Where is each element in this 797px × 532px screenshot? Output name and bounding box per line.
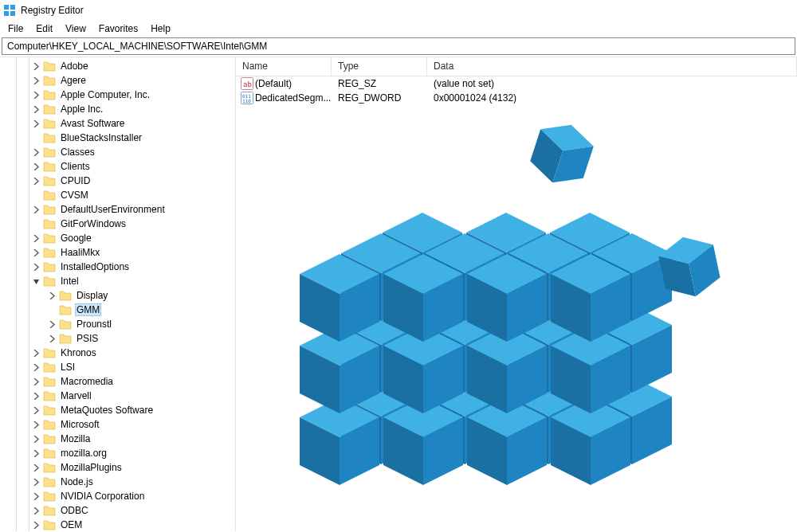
folder-icon xyxy=(43,375,56,388)
folder-icon xyxy=(43,131,56,144)
tree-item[interactable]: Google xyxy=(0,231,235,245)
tree-item[interactable]: Mozilla xyxy=(0,432,235,446)
chevron-right-icon[interactable] xyxy=(30,261,41,272)
window-title: Registry Editor xyxy=(21,5,84,16)
chevron-right-icon[interactable] xyxy=(30,505,41,516)
chevron-right-icon[interactable] xyxy=(30,233,41,244)
folder-icon xyxy=(43,504,56,517)
tree-item-label: Intel xyxy=(59,275,80,288)
tree-item[interactable]: DefaultUserEnvironment xyxy=(0,202,235,217)
chevron-right-icon[interactable] xyxy=(30,118,41,129)
tree-item-label: Marvell xyxy=(59,389,93,402)
tree-item[interactable]: NVIDIA Corporation xyxy=(0,489,235,503)
chevron-right-icon[interactable] xyxy=(30,89,41,100)
tree-item[interactable]: Clients xyxy=(0,159,235,174)
tree-item[interactable]: Prounstl xyxy=(0,317,235,331)
registry-cubes-decoration xyxy=(287,117,781,531)
folder-icon xyxy=(43,490,56,503)
column-data[interactable]: Data xyxy=(427,57,797,76)
address-input[interactable] xyxy=(6,40,791,53)
tree-item[interactable]: ODBC xyxy=(0,503,235,518)
column-name[interactable]: Name xyxy=(236,57,332,76)
tree-item[interactable]: CVSM xyxy=(0,188,235,202)
tree-item[interactable]: Marvell xyxy=(0,389,235,403)
chevron-right-icon[interactable] xyxy=(30,104,41,115)
tree-item[interactable]: HaaliMkx xyxy=(0,245,235,260)
folder-icon xyxy=(43,404,56,417)
chevron-right-icon[interactable] xyxy=(30,476,41,487)
value-name: (Default) xyxy=(255,78,292,89)
column-type[interactable]: Type xyxy=(332,57,427,76)
list-header[interactable]: Name Type Data xyxy=(236,57,797,76)
tree-item[interactable]: Display xyxy=(0,288,235,303)
menu-favorites[interactable]: Favorites xyxy=(92,22,144,36)
list-body[interactable]: (Default)REG_SZ(value not set)DedicatedS… xyxy=(236,76,797,105)
chevron-right-icon[interactable] xyxy=(30,433,41,444)
tree-item[interactable]: Adobe xyxy=(0,59,235,73)
value-type: REG_DWORD xyxy=(332,92,427,104)
tree-item-label: PSIS xyxy=(75,332,100,345)
tree-item[interactable]: MetaQuotes Software xyxy=(0,403,235,417)
chevron-right-icon[interactable] xyxy=(30,204,41,215)
tree-item[interactable]: PSIS xyxy=(0,331,235,346)
menu-view[interactable]: View xyxy=(59,22,92,36)
tree-pane[interactable]: AdobeAgereApple Computer, Inc.Apple Inc.… xyxy=(0,57,236,531)
address-bar[interactable] xyxy=(2,37,795,55)
tree-item[interactable]: MozillaPlugins xyxy=(0,460,235,475)
chevron-right-icon[interactable] xyxy=(30,462,41,473)
chevron-right-icon[interactable] xyxy=(30,405,41,416)
menu-bar: File Edit View Favorites Help xyxy=(0,21,797,37)
chevron-right-icon[interactable] xyxy=(30,390,41,401)
tree-item[interactable]: OEM xyxy=(0,518,235,531)
chevron-right-icon[interactable] xyxy=(30,175,41,186)
tree-item[interactable]: CPUID xyxy=(0,174,235,188)
tree-item[interactable]: BlueStacksInstaller xyxy=(0,131,235,145)
tree-item-label: DefaultUserEnvironment xyxy=(59,203,167,216)
tree-item-label: InstalledOptions xyxy=(59,260,131,273)
tree-item[interactable]: Agere xyxy=(0,73,235,88)
chevron-right-icon[interactable] xyxy=(30,491,41,502)
menu-file[interactable]: File xyxy=(2,22,29,36)
tree-item[interactable]: Khronos xyxy=(0,346,235,360)
chevron-right-icon[interactable] xyxy=(30,147,41,158)
tree-item[interactable]: Intel xyxy=(0,274,235,288)
folder-icon xyxy=(43,232,56,244)
tree-item[interactable]: GMM xyxy=(0,303,235,317)
tree-item-label: Avast Software xyxy=(59,117,126,130)
menu-help[interactable]: Help xyxy=(144,22,177,36)
chevron-right-icon[interactable] xyxy=(30,519,41,530)
tree-item[interactable]: GitForWindows xyxy=(0,217,235,231)
registry-tree[interactable]: AdobeAgereApple Computer, Inc.Apple Inc.… xyxy=(0,57,235,531)
tree-item[interactable]: LSI xyxy=(0,360,235,374)
tree-item[interactable]: Macromedia xyxy=(0,374,235,389)
chevron-right-icon[interactable] xyxy=(30,362,41,373)
value-type: REG_SZ xyxy=(332,78,427,89)
tree-item[interactable]: Node.js xyxy=(0,475,235,489)
tree-item[interactable]: Avast Software xyxy=(0,116,235,131)
value-row[interactable]: DedicatedSegm...REG_DWORD0x00001024 (413… xyxy=(236,91,797,105)
value-name: DedicatedSegm... xyxy=(255,92,331,104)
tree-item[interactable]: InstalledOptions xyxy=(0,260,235,274)
tree-item[interactable]: Apple Computer, Inc. xyxy=(0,88,235,102)
chevron-right-icon[interactable] xyxy=(30,419,41,430)
chevron-right-icon[interactable] xyxy=(30,247,41,258)
chevron-right-icon[interactable] xyxy=(30,75,41,86)
folder-icon xyxy=(43,146,56,158)
tree-item-label: GMM xyxy=(75,303,101,316)
chevron-right-icon[interactable] xyxy=(30,448,41,459)
tree-item[interactable]: mozilla.org xyxy=(0,446,235,460)
chevron-right-icon[interactable] xyxy=(30,61,41,72)
value-row[interactable]: (Default)REG_SZ(value not set) xyxy=(236,76,797,91)
tree-item[interactable]: Microsoft xyxy=(0,417,235,432)
chevron-right-icon[interactable] xyxy=(30,376,41,387)
chevron-right-icon[interactable] xyxy=(46,333,57,344)
tree-item[interactable]: Classes xyxy=(0,145,235,159)
chevron-right-icon[interactable] xyxy=(30,161,41,172)
menu-edit[interactable]: Edit xyxy=(29,22,59,36)
chevron-right-icon[interactable] xyxy=(30,347,41,358)
chevron-down-icon[interactable] xyxy=(30,276,41,287)
tree-item-label: NVIDIA Corporation xyxy=(59,490,146,503)
chevron-right-icon[interactable] xyxy=(46,319,57,330)
chevron-right-icon[interactable] xyxy=(46,290,57,301)
tree-item[interactable]: Apple Inc. xyxy=(0,102,235,116)
